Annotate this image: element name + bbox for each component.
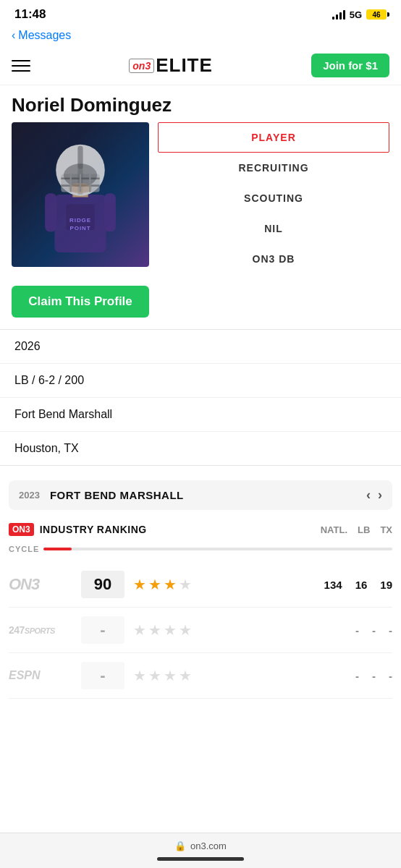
info-year: 2026 — [0, 330, 401, 364]
year-school-selector: 2023 FORT BEND MARSHALL ‹ › — [9, 480, 392, 510]
player-tabs: PLAYER RECRUITING SCOUTING NIL ON3 DB — [158, 122, 389, 274]
player-photo: RIDGE POINT — [12, 122, 149, 267]
espn-rankings: - - - — [355, 670, 392, 682]
ranking-section: 2023 FORT BEND MARSHALL ‹ › ON3 INDUSTRY… — [0, 480, 401, 699]
247-star-3: ★ — [164, 621, 177, 639]
espn-star-3: ★ — [164, 667, 177, 684]
247-score: - — [81, 616, 124, 644]
star-1: ★ — [133, 576, 146, 593]
col-state: TX — [380, 524, 392, 535]
svg-text:POINT: POINT — [70, 225, 91, 231]
year-tag: 2023 — [19, 490, 40, 501]
svg-rect-2 — [45, 193, 56, 231]
ranking-label-row: ON3 INDUSTRY RANKING NATL. LB TX — [9, 523, 392, 536]
on3-logo-badge: on3 — [129, 59, 154, 73]
scout-row-on3: ON3 90 ★ ★ ★ ★ 134 16 19 — [9, 562, 392, 608]
on3-rankings: 134 16 19 — [324, 579, 392, 591]
cycle-bar-fill — [43, 548, 72, 550]
signal-bars-icon — [332, 9, 345, 20]
on3-logo-text: ON3 — [9, 575, 39, 594]
on3-stars: ★ ★ ★ ★ — [133, 576, 192, 593]
player-top-section: RIDGE POINT PLAYER RECRUITING SCOUTING N… — [0, 122, 401, 286]
player-illustration: RIDGE POINT — [37, 137, 124, 252]
bottom-browser-bar: 🔒 on3.com — [0, 833, 401, 868]
247-star-4: ★ — [179, 621, 192, 639]
cycle-row: CYCLE — [9, 545, 392, 553]
home-indicator — [157, 857, 244, 861]
ranking-logo-label: ON3 INDUSTRY RANKING — [9, 523, 147, 536]
247-pos: - — [372, 624, 376, 637]
status-time: 11:48 — [14, 7, 46, 22]
col-pos: LB — [358, 524, 370, 535]
next-arrow-icon[interactable]: › — [378, 488, 382, 503]
join-button[interactable]: Join for $1 — [311, 54, 389, 77]
247-state: - — [389, 624, 392, 637]
col-natl: NATL. — [321, 524, 347, 535]
claim-button-wrapper: Claim This Profile — [0, 286, 401, 329]
247-rankings: - - - — [355, 624, 392, 637]
back-button[interactable]: ‹ Messages — [12, 29, 71, 42]
tab-recruiting[interactable]: RECRUITING — [158, 153, 389, 183]
hamburger-menu-button[interactable] — [12, 60, 30, 72]
nav-arrows: ‹ › — [366, 488, 382, 503]
247-scout-logo: 247SPORTS — [9, 624, 81, 636]
star-4-empty: ★ — [179, 576, 192, 593]
espn-scout-logo: ESPN — [9, 669, 81, 682]
on3-score: 90 — [81, 571, 124, 598]
espn-star-2: ★ — [148, 667, 161, 684]
url-bar: 🔒 on3.com — [0, 841, 401, 851]
cycle-bar-track — [43, 548, 392, 550]
ranking-column-headers: NATL. LB TX — [321, 524, 392, 535]
cycle-label: CYCLE — [9, 545, 38, 553]
school-name-selector: FORT BEND MARSHALL — [50, 489, 356, 501]
nav-back[interactable]: ‹ Messages — [0, 26, 401, 46]
claim-profile-button[interactable]: Claim This Profile — [12, 286, 149, 318]
star-2: ★ — [148, 576, 161, 593]
star-3: ★ — [164, 576, 177, 593]
247-logo-text: 247SPORTS — [9, 624, 55, 636]
espn-natl: - — [355, 670, 359, 682]
247-natl: - — [355, 624, 359, 637]
network-indicator: 5G — [350, 9, 362, 20]
espn-stars: ★ ★ ★ ★ — [133, 667, 192, 684]
247-stars: ★ ★ ★ ★ — [133, 621, 192, 639]
status-icons: 5G 46 — [332, 9, 387, 20]
info-position: LB / 6-2 / 200 — [0, 364, 401, 398]
tab-nil[interactable]: NIL — [158, 213, 389, 244]
on3-natl: 134 — [324, 579, 342, 591]
app-logo: on3 ELITE — [129, 54, 213, 77]
on3-scout-logo: ON3 — [9, 575, 81, 594]
espn-star-1: ★ — [133, 667, 146, 684]
tab-on3db[interactable]: ON3 DB — [158, 244, 389, 274]
247-star-1: ★ — [133, 621, 146, 639]
svg-rect-3 — [104, 193, 116, 231]
info-school: Fort Bend Marshall — [0, 398, 401, 432]
battery-icon: 46 — [366, 9, 387, 20]
scout-row-247: 247SPORTS - ★ ★ ★ ★ - - - — [9, 608, 392, 653]
scout-row-espn: ESPN - ★ ★ ★ ★ - - - — [9, 653, 392, 699]
lock-icon: 🔒 — [174, 841, 186, 851]
espn-logo-text: ESPN — [9, 669, 41, 682]
info-location: Houston, TX — [0, 432, 401, 465]
on3-pos: 16 — [355, 579, 368, 591]
247-star-2: ★ — [148, 621, 161, 639]
back-label: Messages — [18, 29, 71, 42]
scout-rows: ON3 90 ★ ★ ★ ★ 134 16 19 247SPORTS - ★ — [9, 562, 392, 699]
app-header: on3 ELITE Join for $1 — [0, 46, 401, 85]
on3-badge-icon: ON3 — [9, 523, 34, 536]
industry-ranking-label: INDUSTRY RANKING — [40, 524, 147, 535]
svg-text:RIDGE: RIDGE — [69, 217, 91, 224]
on3-state: 19 — [380, 579, 392, 591]
prev-arrow-icon[interactable]: ‹ — [366, 488, 371, 503]
player-name: Noriel Dominguez — [0, 85, 401, 122]
espn-state: - — [389, 670, 392, 682]
tab-player[interactable]: PLAYER — [158, 122, 389, 153]
espn-score: - — [81, 662, 124, 689]
url-text: on3.com — [190, 841, 227, 851]
battery-level: 46 — [366, 9, 387, 20]
status-bar: 11:48 5G 46 — [0, 0, 401, 26]
elite-logo-text: ELITE — [156, 54, 213, 77]
player-info-cards: 2026 LB / 6-2 / 200 Fort Bend Marshall H… — [0, 329, 401, 466]
tab-scouting[interactable]: SCOUTING — [158, 183, 389, 213]
espn-star-4: ★ — [179, 667, 192, 684]
